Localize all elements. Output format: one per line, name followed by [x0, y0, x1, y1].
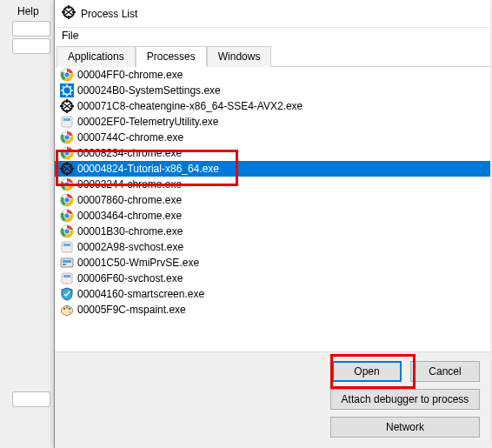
tab-windows[interactable]: Windows	[207, 46, 272, 67]
process-row[interactable]: 00002EF0-TelemetryUtility.exe	[55, 114, 490, 130]
process-row[interactable]: 00008234-chrome.exe	[55, 145, 490, 161]
svg-rect-23	[62, 117, 72, 127]
chrome-icon	[60, 130, 74, 144]
generic-icon	[60, 115, 74, 129]
svg-rect-54	[63, 275, 70, 277]
menu-file[interactable]: File	[62, 30, 78, 42]
help-menu[interactable]: Help	[12, 3, 44, 19]
process-row[interactable]: 00007860-chrome.exe	[55, 192, 490, 208]
process-list-dialog: Process List File Applications Processes…	[54, 0, 490, 448]
ce-icon	[60, 99, 74, 113]
process-row-label: 00008234-chrome.exe	[77, 147, 182, 159]
svg-point-38	[64, 182, 70, 187]
process-row[interactable]: 00006F60-svchost.exe	[55, 271, 490, 286]
process-row[interactable]: 00005F9C-mspaint.exe	[55, 302, 490, 318]
svg-point-58	[69, 308, 70, 310]
svg-rect-52	[63, 264, 66, 265]
network-button[interactable]: Network	[330, 417, 480, 438]
svg-line-16	[63, 94, 64, 96]
chrome-icon	[60, 146, 74, 160]
process-row-label: 00004FF0-chrome.exe	[77, 69, 183, 81]
svg-line-15	[70, 94, 72, 96]
process-row-label: 0000744C-chrome.exe	[77, 131, 183, 144]
process-row[interactable]: 00002A98-svchost.exe	[55, 239, 490, 255]
settings-icon	[60, 84, 74, 97]
process-row-label: 00001C50-WmiPrvSE.exe	[77, 257, 199, 269]
svg-point-47	[64, 229, 70, 234]
process-row[interactable]: 000024B0-SystemSettings.exe	[55, 83, 490, 98]
svg-point-44	[64, 213, 70, 218]
svg-point-41	[64, 197, 70, 203]
svg-rect-48	[62, 242, 72, 252]
process-list[interactable]: 00004FF0-chrome.exe000024B0-SystemSettin…	[55, 67, 490, 351]
process-row[interactable]: 0000744C-chrome.exe	[55, 130, 490, 145]
generic-icon	[60, 240, 74, 254]
process-row-label: 00006F60-svchost.exe	[77, 272, 183, 284]
ce-icon	[62, 5, 76, 22]
attach-debugger-button[interactable]: Attach debugger to process	[330, 389, 480, 410]
generic-icon	[60, 271, 74, 285]
process-row-label: 00002A98-svchost.exe	[77, 241, 183, 253]
process-row[interactable]: 00004824-Tutorial-x86_64.exe	[55, 161, 490, 177]
chrome-icon	[60, 209, 74, 223]
dialog-titlebar: Process List	[55, 0, 490, 28]
tab-processes[interactable]: Processes	[136, 46, 207, 67]
button-row-1: Open Cancel	[332, 361, 480, 382]
shield-icon	[60, 287, 74, 301]
svg-point-57	[66, 306, 68, 308]
chrome-icon	[60, 224, 74, 238]
tab-applications[interactable]: Applications	[57, 46, 136, 67]
dialog-footer: Open Cancel Attach debugger to process N…	[55, 351, 490, 448]
process-row[interactable]: 00004160-smartscreen.exe	[55, 286, 490, 302]
ce-icon	[60, 162, 74, 176]
svg-point-7	[64, 72, 70, 77]
chrome-icon	[60, 68, 74, 82]
svg-line-17	[70, 86, 72, 88]
process-row-label: 000024B0-SystemSettings.exe	[77, 84, 221, 97]
svg-rect-24	[63, 118, 70, 121]
cancel-button[interactable]: Cancel	[410, 361, 480, 382]
svg-rect-53	[62, 273, 72, 284]
process-row[interactable]: 00003244-chrome.exe	[55, 177, 490, 192]
process-row[interactable]: 00004FF0-chrome.exe	[55, 67, 490, 83]
process-row-label: 00004160-smartscreen.exe	[77, 288, 204, 300]
process-row-label: 00001B30-chrome.exe	[77, 225, 183, 237]
chrome-icon	[60, 177, 74, 191]
bg-toolbar-field-3	[12, 391, 50, 407]
dialog-menubar: File	[55, 28, 490, 45]
process-row-label: 00004824-Tutorial-x86_64.exe	[77, 163, 219, 175]
process-row-label: 00003464-chrome.exe	[77, 210, 182, 222]
paint-icon	[60, 303, 74, 317]
dialog-title: Process List	[81, 8, 137, 20]
svg-rect-51	[63, 260, 71, 263]
svg-point-59	[69, 311, 70, 313]
chrome-icon	[60, 193, 74, 207]
process-row[interactable]: 00001B30-chrome.exe	[55, 224, 490, 239]
svg-point-30	[64, 150, 70, 156]
svg-rect-49	[63, 244, 70, 246]
svg-line-14	[63, 86, 64, 88]
process-row[interactable]: 00003464-chrome.exe	[55, 208, 490, 224]
process-row[interactable]: 00001C50-WmiPrvSE.exe	[55, 255, 490, 271]
process-row-label: 00007860-chrome.exe	[77, 194, 182, 206]
process-row-label: 00002EF0-TelemetryUtility.exe	[77, 116, 219, 128]
wmi-icon	[60, 256, 74, 270]
process-row[interactable]: 000071C8-cheatengine-x86_64-SSE4-AVX2.ex…	[55, 98, 490, 114]
process-row-label: 000071C8-cheatengine-x86_64-SSE4-AVX2.ex…	[77, 100, 303, 112]
process-row-label: 00005F9C-mspaint.exe	[77, 304, 186, 316]
svg-point-27	[64, 135, 70, 140]
process-tabs: Applications Processes Windows	[55, 45, 490, 67]
bg-toolbar-field-1	[12, 21, 50, 37]
process-row-label: 00003244-chrome.exe	[77, 178, 182, 191]
bg-toolbar-field-2	[12, 38, 50, 54]
svg-point-56	[63, 308, 65, 310]
open-button[interactable]: Open	[332, 361, 402, 382]
